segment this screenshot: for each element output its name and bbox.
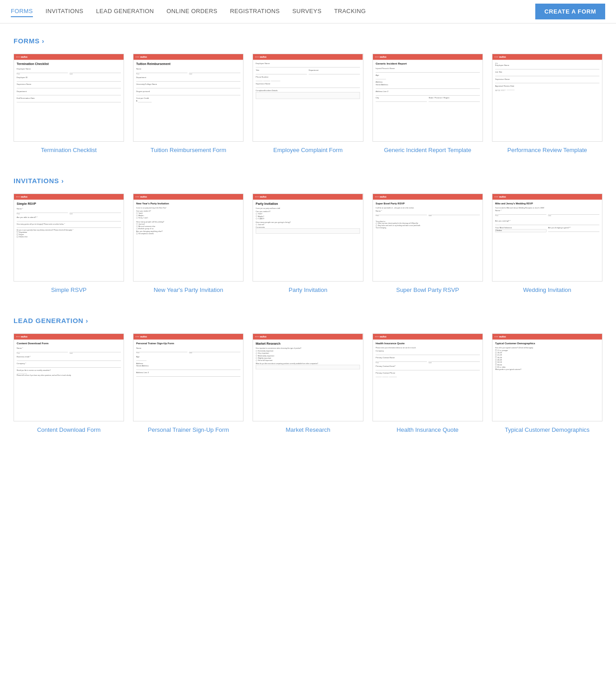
card-label-rsvp: Simple RSVP — [14, 286, 124, 294]
lead-section: LEAD GENERATION › wufoo Content Download… — [14, 317, 602, 434]
invitations-section: INVITATIONS › wufoo Simple RSVP Name * F… — [14, 177, 602, 294]
card-newyear[interactable]: wufoo New Year's Party Invitation Come t… — [133, 194, 244, 294]
card-preview-tuition: wufoo Tuition Reimbursement Name FirstLa… — [133, 54, 244, 142]
card-preview-incident: wufoo Generic Incident Report Injured Pe… — [372, 54, 483, 142]
nav-tracking[interactable]: TRACKING — [334, 6, 366, 17]
card-incident[interactable]: wufoo Generic Incident Report Injured Pe… — [372, 54, 483, 154]
invitations-section-header: INVITATIONS › — [14, 177, 602, 185]
nav-online-orders[interactable]: ONLINE ORDERS — [166, 6, 217, 17]
card-preview-party: wufoo Party Invitation Come join our par… — [253, 194, 363, 282]
card-complaint[interactable]: wufoo Employee Name TitleDepartment Phon… — [253, 54, 363, 154]
card-label-party: Party Invitation — [253, 286, 363, 294]
card-preview-rsvp: wufoo Simple RSVP Name * FirstLast Are y… — [14, 194, 124, 282]
card-preview-trainer: wufoo Personal Trainer Sign-Up Form Name… — [133, 333, 244, 421]
card-termination[interactable]: wufoo Termination Checklist Employee Nam… — [14, 54, 124, 154]
card-performance[interactable]: wufoo 0% Employee Name Job Title Supervi… — [492, 54, 602, 154]
forms-cards-grid: wufoo Termination Checklist Employee Nam… — [14, 54, 602, 154]
card-trainer[interactable]: wufoo Personal Trainer Sign-Up Form Name… — [133, 333, 244, 434]
nav-surveys[interactable]: SURVEYS — [292, 6, 322, 17]
invitations-cards-grid: wufoo Simple RSVP Name * FirstLast Are y… — [14, 194, 602, 294]
card-label-trainer: Personal Trainer Sign-Up Form — [133, 426, 244, 434]
card-market[interactable]: wufoo Market Research How important is c… — [253, 333, 363, 434]
card-wedding[interactable]: wufoo Mike and Jenny's Wedding RSVP You'… — [492, 194, 602, 294]
card-label-tuition: Tuition Reimbursement Form — [133, 146, 244, 154]
card-label-health: Health Insurance Quote — [372, 426, 483, 434]
card-rsvp[interactable]: wufoo Simple RSVP Name * FirstLast Are y… — [14, 194, 124, 294]
card-content[interactable]: wufoo Content Download Form Name * First… — [14, 333, 124, 434]
create-form-button[interactable]: CREATE A FORM — [535, 4, 605, 19]
card-preview-health: wufoo Health Insurance Quote Please ente… — [372, 333, 483, 421]
main-nav: FORMS INVITATIONS LEAD GENERATION ONLINE… — [0, 0, 616, 23]
card-label-termination: Termination Checklist — [14, 146, 124, 154]
main-content: FORMS › wufoo Termination Checklist Empl… — [0, 23, 616, 484]
card-label-demographics: Typical Customer Demographics — [492, 426, 602, 434]
card-label-incident: Generic Incident Report Template — [372, 146, 483, 154]
card-label-superbowl: Super Bowl Party RSVP — [372, 286, 483, 294]
forms-section: FORMS › wufoo Termination Checklist Empl… — [14, 37, 602, 154]
card-tuition[interactable]: wufoo Tuition Reimbursement Name FirstLa… — [133, 54, 244, 154]
card-preview-market: wufoo Market Research How important is c… — [253, 333, 363, 421]
card-preview-content: wufoo Content Download Form Name * First… — [14, 333, 124, 421]
card-party[interactable]: wufoo Party Invitation Come join our par… — [253, 194, 363, 294]
card-label-complaint: Employee Complaint Form — [253, 146, 363, 154]
forms-section-title[interactable]: FORMS › — [14, 37, 45, 45]
nav-invitations[interactable]: INVITATIONS — [46, 6, 83, 17]
card-label-market: Market Research — [253, 426, 363, 434]
card-preview-demographics: wufoo Typical Customer Demographics How … — [492, 333, 602, 421]
card-label-wedding: Wedding Invitation — [492, 286, 602, 294]
card-demographics[interactable]: wufoo Typical Customer Demographics How … — [492, 333, 602, 434]
card-label-content: Content Download Form — [14, 426, 124, 434]
card-preview-complaint: wufoo Employee Name TitleDepartment Phon… — [253, 54, 363, 142]
lead-cards-grid: wufoo Content Download Form Name * First… — [14, 333, 602, 434]
card-preview-termination: wufoo Termination Checklist Employee Nam… — [14, 54, 124, 142]
nav-forms[interactable]: FORMS — [11, 6, 33, 17]
forms-section-header: FORMS › — [14, 37, 602, 45]
lead-section-header: LEAD GENERATION › — [14, 317, 602, 324]
nav-lead-generation[interactable]: LEAD GENERATION — [96, 6, 154, 17]
nav-registrations[interactable]: REGISTRATIONS — [230, 6, 280, 17]
card-preview-wedding: wufoo Mike and Jenny's Wedding RSVP You'… — [492, 194, 602, 282]
card-preview-performance: wufoo 0% Employee Name Job Title Supervi… — [492, 54, 602, 142]
card-label-newyear: New Year's Party Invitation — [133, 286, 244, 294]
lead-section-title[interactable]: LEAD GENERATION › — [14, 317, 88, 324]
invitations-section-title[interactable]: INVITATIONS › — [14, 177, 64, 185]
nav-links: FORMS INVITATIONS LEAD GENERATION ONLINE… — [11, 6, 535, 17]
card-preview-newyear: wufoo New Year's Party Invitation Come t… — [133, 194, 244, 282]
card-label-performance: Performance Review Template — [492, 146, 602, 154]
card-superbowl[interactable]: wufoo Super Bowl Party RSVP It will be a… — [372, 194, 483, 294]
card-preview-superbowl: wufoo Super Bowl Party RSVP It will be a… — [372, 194, 483, 282]
card-health[interactable]: wufoo Health Insurance Quote Please ente… — [372, 333, 483, 434]
